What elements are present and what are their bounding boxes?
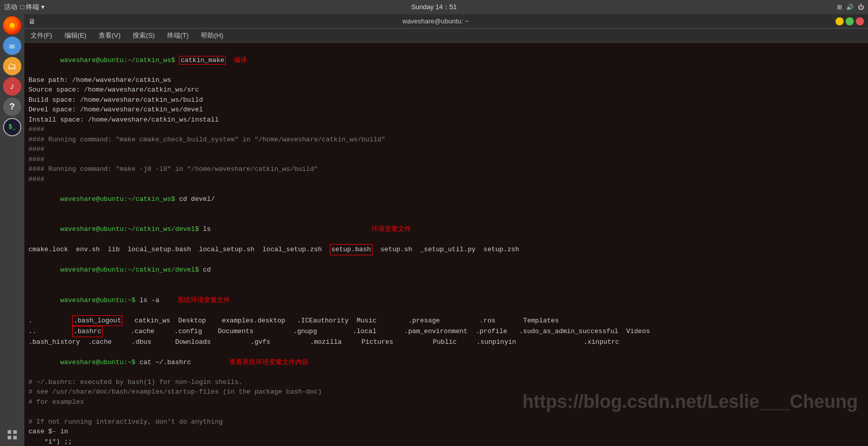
line-case: case $- in [28,427,864,437]
line-blank1 [28,407,864,417]
menu-view[interactable]: 查看(V) [97,30,122,41]
terminal-titlebar: 🖥 waveshare@ubuntu: ~ [24,14,868,28]
svg-rect-2 [8,430,11,434]
line-hash4: #### [28,155,864,165]
menubar: 文件(F) 编辑(E) 查看(V) 搜索(S) 终端(T) 帮助(H) [24,28,868,43]
topbar-center: Sunday 14：51 [411,3,457,12]
line-comment4: # If not running interactively, don't do… [28,417,864,427]
topbar-left: 活动 □ 终端 ▾ [4,3,45,12]
power-icon[interactable]: ⏻ [858,4,864,11]
activities-label[interactable]: 活动 [4,3,17,12]
line-cat-bashrc: waveshare@ubuntu:~$ cat ~/.bashrc 查看系统环境… [28,347,864,377]
line-catkin-make: waveshare@ubuntu:~/catkin_ws$ catkin_mak… [28,45,864,75]
line-comment2: # see /usr/share/doc/bash/examples/start… [28,387,864,397]
topbar-right: ⊞ 🔊 ⏻ [837,4,864,11]
topbar: 活动 □ 终端 ▾ Sunday 14：51 ⊞ 🔊 ⏻ [0,0,868,14]
line-comment3: # for examples [28,397,864,407]
line-ls-a-row1: . .bash_logout catkin_ws Desktop example… [28,315,864,326]
svg-rect-5 [13,436,17,439]
datetime: Sunday 14：51 [411,3,457,11]
sidebar-icon-mail[interactable]: ✉ [3,37,21,55]
menu-help[interactable]: 帮助(H) [199,30,225,41]
line-cd-home: waveshare@ubuntu:~/catkin_ws/devel$ cd [28,255,864,285]
menu-file[interactable]: 文件(F) [28,30,54,41]
line-ls-a-row3: .bash_history .cache .dbus Downloads .gv… [28,337,864,347]
line-source-space: Source space: /home/waveshare/catkin_ws/… [28,85,864,95]
line-ls-a: waveshare@ubuntu:~$ ls -a 系统环境变量文件 [28,285,864,315]
svg-rect-3 [13,430,17,434]
line-ls-devel: waveshare@ubuntu:~/catkin_ws/devel$ ls 环… [28,214,864,245]
network-icon[interactable]: ⊞ [837,4,842,11]
line-install-space: Install space: /home/waveshare/catkin_ws… [28,115,864,125]
terminal-icon-small: 🖥 [28,17,36,25]
line-ls-output: cmake.lock env.sh lib local_setup.bash l… [28,244,864,255]
menu-edit[interactable]: 编辑(E) [63,30,88,41]
sidebar-icon-music[interactable]: ♪ [3,77,21,96]
line-ls-a-row2: .. .bashrc .cache .config Documents .gnu… [28,326,864,337]
sidebar-icon-files[interactable]: 🗂 [3,57,21,75]
sidebar-icon-help[interactable]: ? [3,98,21,116]
line-hash6: #### [28,174,864,185]
sidebar-icon-terminal[interactable]: $_ [3,118,21,136]
maximize-button[interactable] [846,17,854,25]
terminal-title: waveshare@ubuntu: ~ [402,17,469,25]
sidebar-icon-firefox[interactable] [3,16,21,35]
line-comment1: # ~/.bashrc: executed by bash(1) for non… [28,377,864,388]
terminal-content[interactable]: waveshare@ubuntu:~/catkin_ws$ catkin_mak… [24,43,868,446]
terminal-titlebar-left: 🖥 [28,17,36,25]
line-hash3: #### [28,144,864,155]
volume-icon[interactable]: 🔊 [846,4,854,11]
close-button[interactable] [856,17,864,25]
line-hash1: #### [28,125,864,135]
line-hash5: #### Running command: "make -j8 -l8" in … [28,164,864,174]
menu-terminal[interactable]: 终端(T) [165,30,191,41]
line-base-path: Base path: /home/waveshare/catkin_ws [28,75,864,85]
line-case-i: *i*) ;; [28,437,864,447]
svg-rect-4 [8,436,11,439]
svg-point-1 [10,23,15,28]
terminal-area: 🖥 waveshare@ubuntu: ~ 文件(F) 编辑(E) 查看(V) … [24,14,868,446]
sidebar-grid-icon[interactable] [3,426,21,444]
catkin-make-box: catkin_make [179,56,226,65]
line-devel-space: Devel space: /home/waveshare/catkin_ws/d… [28,105,864,115]
minimize-button[interactable] [835,17,844,25]
menu-search[interactable]: 搜索(S) [131,30,157,41]
line-hash2: #### Running command: "make cmake_check_… [28,135,864,145]
line-build-space: Build space: /home/waveshare/catkin_ws/b… [28,95,864,105]
line-cd-devel: waveshare@ubuntu:~/catkin_ws$ cd devel/ [28,184,864,214]
terminal-controls [835,17,864,25]
sidebar: ✉ 🗂 ♪ ? $_ [0,14,24,446]
main: ✉ 🗂 ♪ ? $_ 🖥 wa [0,14,868,446]
terminal-indicator[interactable]: □ 终端 ▾ [20,3,45,12]
